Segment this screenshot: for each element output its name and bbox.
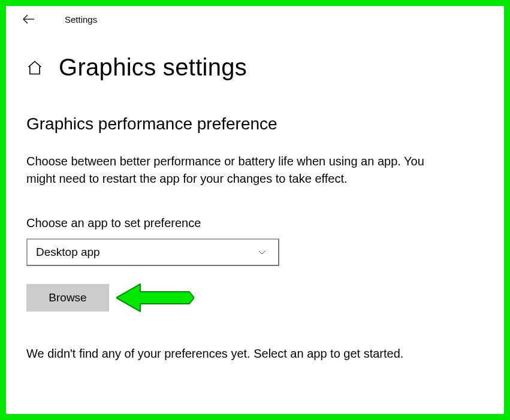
content-area: Graphics settings Graphics performance p… bbox=[6, 32, 504, 362]
app-type-dropdown[interactable]: Desktop app bbox=[26, 238, 279, 266]
empty-state-text: We didn't find any of your preferences y… bbox=[26, 345, 434, 362]
section-heading: Graphics performance preference bbox=[26, 114, 490, 134]
chevron-down-icon bbox=[256, 247, 267, 258]
window-frame: Settings Graphics settings Graphics perf… bbox=[0, 0, 510, 420]
home-icon[interactable] bbox=[26, 59, 43, 76]
dropdown-value: Desktop app bbox=[36, 246, 100, 259]
page-title: Graphics settings bbox=[59, 54, 247, 81]
dropdown-label: Choose an app to set preference bbox=[26, 216, 490, 230]
browse-button[interactable]: Browse bbox=[26, 284, 109, 312]
svg-marker-1 bbox=[116, 284, 194, 312]
header-bar: Settings bbox=[6, 6, 504, 32]
title-row: Graphics settings bbox=[26, 54, 490, 81]
header-title: Settings bbox=[65, 14, 97, 25]
back-icon[interactable] bbox=[20, 11, 37, 28]
browse-row: Browse bbox=[26, 282, 490, 314]
annotation-arrow-icon bbox=[116, 282, 194, 314]
section-description: Choose between better performance or bat… bbox=[26, 153, 434, 188]
